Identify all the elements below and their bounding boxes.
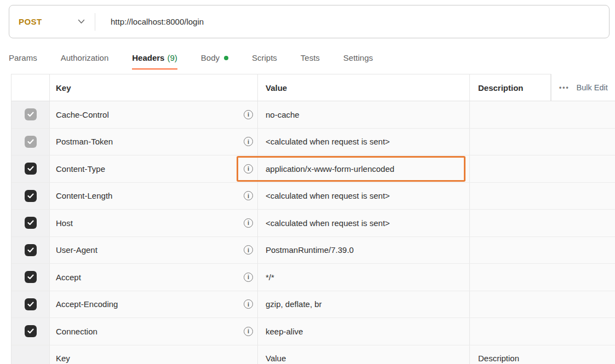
description-column-header: Description: [470, 74, 551, 101]
url-input[interactable]: http://localhost:8000/login: [95, 17, 609, 26]
request-url-bar: POST http://localhost:8000/login: [9, 5, 610, 38]
tab-authorization[interactable]: Authorization: [61, 53, 109, 68]
check-icon: [27, 193, 34, 199]
check-icon: [27, 112, 34, 117]
tab-scripts[interactable]: Scripts: [252, 53, 277, 68]
table-row: Accepti */*: [12, 264, 615, 291]
check-icon: [27, 220, 34, 226]
header-description[interactable]: [470, 101, 551, 128]
check-icon: [27, 274, 34, 280]
header-value[interactable]: gzip, deflate, br: [266, 299, 322, 309]
tab-headers[interactable]: Headers (9): [132, 53, 177, 70]
info-icon: i: [244, 273, 253, 282]
tab-body[interactable]: Body: [201, 53, 228, 68]
request-tabs: Params Authorization Headers (9) Body Sc…: [9, 53, 373, 70]
row-checkbox[interactable]: [25, 325, 37, 337]
table-row: Content-Typei application/x-www-form-url…: [12, 155, 615, 183]
info-icon: i: [244, 218, 253, 228]
header-key[interactable]: Accept: [56, 273, 81, 282]
header-description[interactable]: [470, 183, 551, 210]
headers-count: (9): [167, 53, 177, 62]
header-key[interactable]: Content-Type: [56, 164, 105, 174]
headers-table: Key Value Description ••• Bulk Edit Cach…: [11, 74, 615, 364]
check-icon: [27, 139, 34, 145]
method-label: POST: [19, 17, 42, 26]
value-column-header: Value: [258, 74, 470, 101]
header-key[interactable]: Cache-Control: [56, 110, 109, 119]
header-description[interactable]: [470, 318, 551, 345]
header-value[interactable]: <calculated when request is sent>: [266, 191, 390, 200]
table-actions: ••• Bulk Edit: [551, 74, 615, 101]
table-row: Postman-Tokeni <calculated when request …: [12, 129, 615, 156]
row-checkbox[interactable]: [25, 298, 37, 310]
header-value[interactable]: keep-alive: [266, 327, 303, 336]
header-key[interactable]: Connection: [56, 327, 97, 336]
row-checkbox[interactable]: [25, 136, 37, 148]
tab-params[interactable]: Params: [9, 53, 37, 68]
header-key[interactable]: Postman-Token: [56, 137, 113, 146]
info-icon: i: [244, 191, 253, 200]
header-description[interactable]: [470, 237, 551, 264]
header-description[interactable]: [470, 264, 551, 291]
header-value[interactable]: <calculated when request is sent>: [266, 218, 390, 228]
new-header-row: Key Value Description: [12, 345, 615, 364]
table-header-row: Key Value Description ••• Bulk Edit: [12, 74, 615, 101]
table-row: Hosti <calculated when request is sent>: [12, 210, 615, 237]
check-icon: [27, 328, 34, 334]
table-row: Cache-Controli no-cache: [12, 101, 615, 129]
new-description-input[interactable]: Description: [478, 354, 519, 363]
info-icon: i: [244, 299, 253, 309]
row-checkbox[interactable]: [25, 190, 37, 202]
header-key[interactable]: User-Agent: [56, 245, 97, 255]
row-checkbox[interactable]: [25, 217, 37, 229]
row-checkbox[interactable]: [25, 163, 37, 175]
info-icon: i: [244, 164, 253, 174]
table-row: Content-Lengthi <calculated when request…: [12, 183, 615, 210]
info-icon: i: [244, 327, 253, 336]
new-key-input[interactable]: Key: [56, 354, 70, 363]
header-value[interactable]: */*: [266, 273, 274, 282]
header-description[interactable]: [470, 155, 551, 182]
header-key[interactable]: Content-Length: [56, 191, 112, 200]
header-value[interactable]: application/x-www-form-urlencoded: [266, 164, 394, 174]
header-key[interactable]: Accept-Encoding: [56, 299, 118, 309]
tab-tests[interactable]: Tests: [301, 53, 320, 68]
row-checkbox[interactable]: [25, 271, 37, 283]
header-value[interactable]: PostmanRuntime/7.39.0: [266, 245, 354, 255]
check-icon: [27, 166, 34, 171]
header-description[interactable]: [470, 210, 551, 236]
method-selector[interactable]: POST: [9, 5, 95, 38]
header-description[interactable]: [470, 291, 551, 318]
header-description[interactable]: [470, 129, 551, 155]
tab-settings[interactable]: Settings: [343, 53, 373, 68]
header-key[interactable]: Host: [56, 218, 73, 228]
row-checkbox[interactable]: [25, 244, 37, 256]
check-icon: [27, 302, 34, 307]
chevron-down-icon: [78, 19, 85, 24]
header-value[interactable]: <calculated when request is sent>: [266, 137, 390, 146]
body-modified-dot-icon: [224, 56, 228, 60]
header-value[interactable]: no-cache: [266, 110, 300, 119]
bulk-edit-button[interactable]: Bulk Edit: [577, 83, 608, 92]
more-actions-icon[interactable]: •••: [559, 84, 570, 91]
table-row: Accept-Encodingi gzip, deflate, br: [12, 291, 615, 319]
row-checkbox[interactable]: [25, 108, 37, 120]
select-all-column-header: [12, 74, 50, 101]
key-column-header: Key: [50, 74, 258, 101]
info-icon: i: [244, 110, 253, 119]
table-row: Connectioni keep-alive: [12, 318, 615, 345]
info-icon: i: [244, 137, 253, 146]
info-icon: i: [244, 245, 253, 255]
check-icon: [27, 247, 34, 253]
new-value-input[interactable]: Value: [266, 354, 286, 363]
table-row: User-Agenti PostmanRuntime/7.39.0: [12, 237, 615, 264]
